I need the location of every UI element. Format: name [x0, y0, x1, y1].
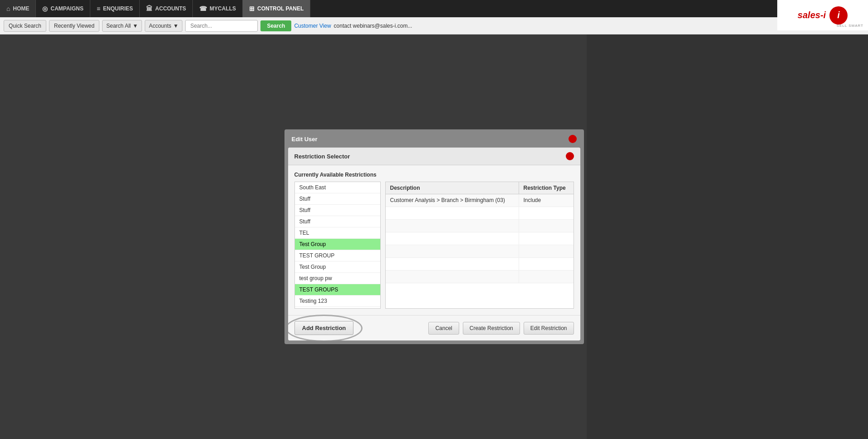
nav-home-label: HOME	[13, 5, 29, 12]
detail-cell-restriction-type	[519, 271, 574, 283]
list-item[interactable]: Stuff	[295, 216, 380, 227]
restriction-detail: Description Restriction Type Customer An…	[385, 182, 574, 309]
nav-home[interactable]: ⌂ HOME	[0, 0, 36, 17]
logo-text: sales-i	[798, 10, 826, 20]
cancel-button[interactable]: Cancel	[428, 322, 459, 335]
home-icon: ⌂	[6, 5, 10, 12]
edit-user-title-bar: Edit User	[288, 133, 580, 145]
logo-area: sales-i i SELL SMART	[777, 0, 868, 30]
detail-row	[386, 232, 574, 245]
detail-row: Customer Analysis > Branch > Birmingham …	[386, 194, 574, 207]
list-item[interactable]: TEST GROUPS	[295, 284, 380, 296]
list-item[interactable]: TEST GROUP	[295, 250, 380, 261]
detail-cell-restriction-type	[519, 207, 574, 219]
detail-row	[386, 207, 574, 220]
recently-viewed-button[interactable]: Recently Viewed	[49, 20, 99, 32]
detail-cell-restriction-type	[519, 232, 574, 245]
detail-col-restriction-type: Restriction Type	[519, 182, 574, 194]
enquiries-icon: ≡	[97, 5, 100, 12]
nav-control-panel[interactable]: ⊞ CONTROL PANEL	[243, 0, 310, 17]
nav-campaigns-label: CAMPAIGNS	[50, 5, 83, 12]
detail-row	[386, 258, 574, 271]
overlay: Edit User Restriction Selector Currently…	[0, 35, 868, 439]
restriction-selector-close-button[interactable]	[566, 152, 574, 160]
detail-row	[386, 271, 574, 283]
list-item[interactable]: Test Group	[295, 239, 380, 250]
detail-header: Description Restriction Type	[386, 182, 574, 194]
edit-user-close-button[interactable]	[569, 135, 577, 143]
nav-mycalls[interactable]: ☎ MYCALLS	[193, 0, 243, 17]
accounts-dropdown[interactable]: Accounts ▼	[145, 20, 182, 32]
nav-enquiries-label: ENQUIRIES	[103, 5, 133, 12]
detail-cell-restriction-type	[519, 258, 574, 270]
restriction-selector-title: Restriction Selector	[294, 153, 350, 160]
list-item[interactable]: South East	[295, 182, 380, 193]
accounts-icon: 🏛	[146, 5, 152, 12]
nav-accounts[interactable]: 🏛 ACCOUNTS	[140, 0, 193, 17]
edit-user-title-text: Edit User	[292, 136, 318, 143]
detail-cell-description	[386, 245, 519, 257]
detail-cell-description	[386, 258, 519, 270]
list-item[interactable]: Test Group	[295, 261, 380, 273]
search-bar: Quick Search Recently Viewed Search All …	[0, 17, 868, 35]
list-item[interactable]: Testing 123	[295, 296, 380, 307]
nav-accounts-label: ACCOUNTS	[155, 5, 186, 12]
add-restriction-button[interactable]: Add Restriction	[294, 321, 354, 335]
search-go-button[interactable]: Search	[260, 20, 291, 31]
detail-cell-restriction-type: Include	[519, 194, 574, 207]
search-input[interactable]	[185, 20, 258, 32]
logo-circle: i	[829, 6, 848, 25]
search-all-dropdown[interactable]: Search All ▼	[102, 20, 142, 32]
detail-row	[386, 245, 574, 258]
create-restriction-button[interactable]: Create Restriction	[463, 322, 520, 335]
list-item[interactable]: TEL	[295, 227, 380, 239]
restriction-selector-dialog: Restriction Selector Currently Available…	[288, 148, 580, 340]
top-nav: ⌂ HOME ◎ CAMPAIGNS ≡ ENQUIRIES 🏛 ACCOUNT…	[0, 0, 868, 17]
list-item[interactable]: test group pw	[295, 273, 380, 284]
restriction-list[interactable]: South EastStuffStuffStuffTELTest GroupTE…	[294, 182, 381, 309]
control-panel-icon: ⊞	[249, 5, 255, 12]
detail-cell-description	[386, 232, 519, 245]
list-item[interactable]: Stuff	[295, 193, 380, 205]
detail-cell-restriction-type	[519, 245, 574, 257]
available-restrictions-label: Currently Available Restrictions	[294, 172, 574, 178]
add-restriction-wrapper: Add Restriction	[294, 321, 354, 335]
nav-control-panel-label: CONTROL PANEL	[257, 5, 304, 12]
detail-cell-description	[386, 271, 519, 283]
contact-text: contact webinars@sales-i.com...	[334, 23, 412, 29]
restriction-selector-header: Restriction Selector	[288, 148, 580, 165]
quick-search-button[interactable]: Quick Search	[4, 20, 46, 32]
nav-campaigns[interactable]: ◎ CAMPAIGNS	[36, 0, 90, 17]
nav-mycalls-label: MYCALLS	[210, 5, 236, 12]
nav-enquiries[interactable]: ≡ ENQUIRIES	[90, 0, 140, 17]
detail-row	[386, 220, 574, 232]
detail-cell-restriction-type	[519, 220, 574, 232]
detail-cell-description	[386, 207, 519, 219]
detail-col-description: Description	[386, 182, 519, 194]
logo-tagline: SELL SMART	[837, 24, 863, 28]
restriction-footer: Add Restriction Cancel Create Restrictio…	[288, 315, 580, 340]
detail-cell-description: Customer Analysis > Branch > Birmingham …	[386, 194, 519, 207]
mycalls-icon: ☎	[199, 5, 207, 12]
restriction-selector-body: Currently Available Restrictions South E…	[288, 165, 580, 315]
detail-cell-description	[386, 220, 519, 232]
customer-view-link[interactable]: Customer View	[294, 23, 331, 29]
list-item[interactable]: Stuff	[295, 205, 380, 216]
list-item[interactable]: TimToolmanTaylo	[295, 307, 380, 309]
edit-restriction-button[interactable]: Edit Restriction	[524, 322, 574, 335]
edit-user-dialog: Edit User Restriction Selector Currently…	[284, 129, 584, 344]
campaigns-icon: ◎	[42, 5, 48, 12]
restriction-panels: South EastStuffStuffStuffTELTest GroupTE…	[294, 182, 574, 309]
